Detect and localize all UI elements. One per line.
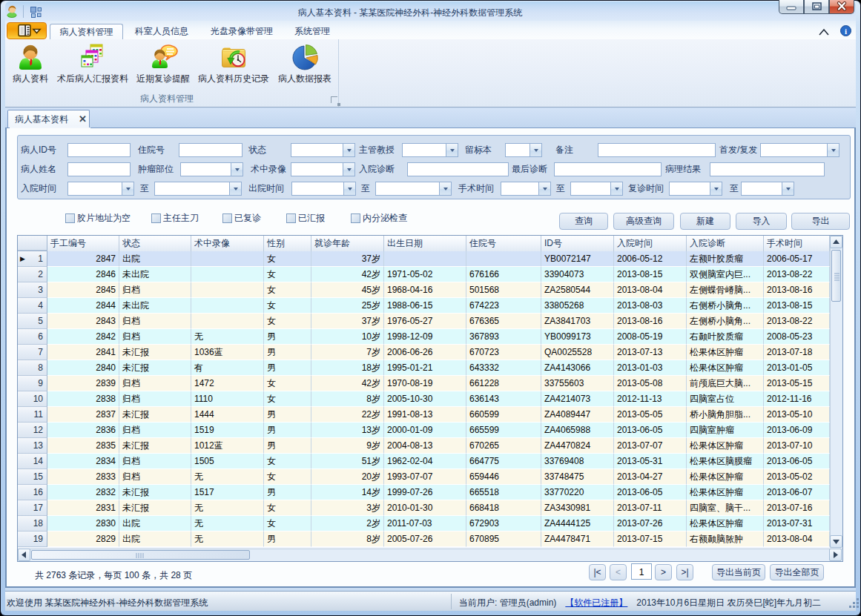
svg-text:i: i [845,27,847,36]
